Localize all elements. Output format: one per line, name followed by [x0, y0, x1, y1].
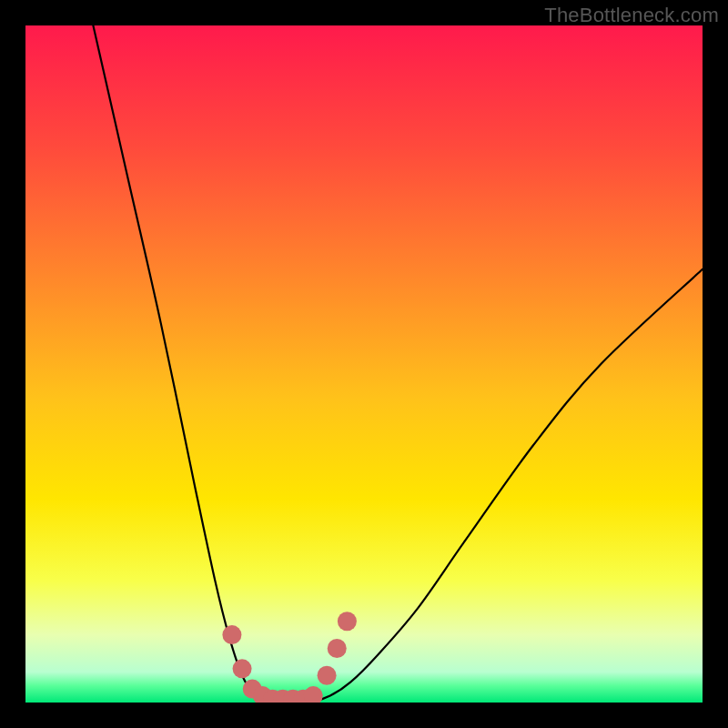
marker-dot [318, 666, 337, 685]
marker-dot [233, 659, 252, 678]
outer-frame: TheBottleneck.com [0, 0, 728, 728]
watermark-text: TheBottleneck.com [544, 4, 719, 27]
chart-svg [25, 25, 703, 703]
marker-dot [328, 639, 347, 658]
plot-area [25, 25, 703, 703]
marker-dot [338, 612, 357, 631]
marker-dot [222, 625, 241, 644]
